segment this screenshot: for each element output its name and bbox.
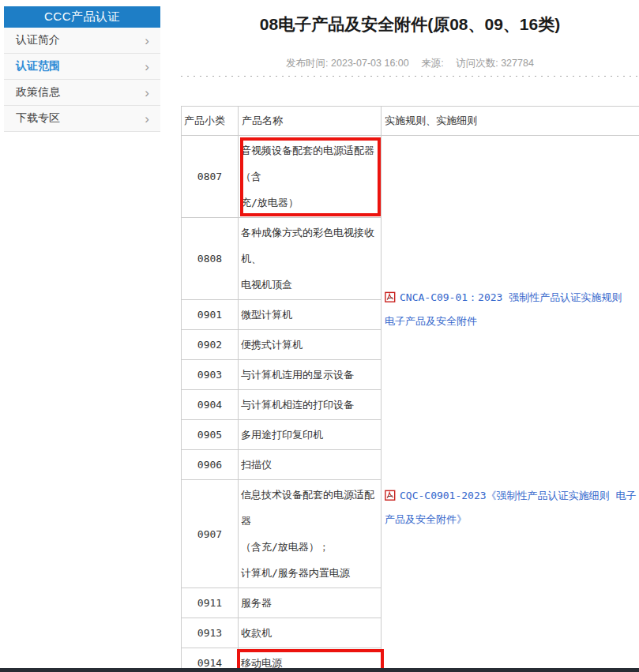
product-code-cell: 0904	[182, 390, 239, 420]
page-title: 08电子产品及安全附件(原08、09、16类)	[181, 13, 639, 36]
main-content: 08电子产品及安全附件(原08、09、16类) 发布时间: 2023-07-03…	[181, 0, 639, 672]
footer-bar	[0, 668, 639, 672]
product-name-text: 微型计算机	[241, 302, 378, 328]
sidebar-nav: 认证简介 › 认证范围 › 政策信息 › 下载专区 ›	[4, 28, 160, 132]
sidebar-title: CCC产品认证	[4, 6, 160, 28]
product-name-cell: 与计算机连用的显示设备	[239, 360, 382, 390]
sidebar: CCC产品认证 认证简介 › 认证范围 › 政策信息 › 下载专区 ›	[4, 6, 160, 132]
table-header-row: 产品小类 产品名称 实施规则、实施细则	[182, 107, 639, 136]
product-name-cell: 便携式计算机	[239, 330, 382, 360]
product-code-cell: 0913	[182, 618, 239, 648]
product-code-cell: 0901	[182, 300, 239, 330]
product-name-text: 收款机	[241, 620, 378, 646]
rule-pdf-link[interactable]: CNCA-C09-01：2023 强制性产品认证实施规则 电子产品及安全附件	[385, 286, 637, 333]
sidebar-item-label: 政策信息	[16, 85, 60, 99]
product-code-cell: 0907	[182, 480, 239, 588]
product-name-text: 服务器	[241, 590, 378, 616]
product-code-cell: 0808	[182, 218, 239, 300]
chevron-right-icon: ›	[145, 86, 149, 99]
dotted-separator	[181, 76, 639, 77]
product-name-text: 与计算机连用的显示设备	[241, 362, 378, 388]
pdf-icon[interactable]	[385, 291, 396, 303]
detail-pdf-link[interactable]: CQC-C0901-2023《强制性产品认证实施细则 电子产品及安全附件》	[385, 484, 637, 531]
product-name-text: 便携式计算机	[241, 332, 378, 358]
visit-count: 访问次数: 327784	[456, 58, 534, 69]
product-code-cell: 0911	[182, 588, 239, 618]
product-code-cell: 0903	[182, 360, 239, 390]
product-name-cell: 音视频设备配套的电源适配器（含 充/放电器）	[239, 136, 382, 218]
product-code-cell: 0902	[182, 330, 239, 360]
sidebar-item-label: 认证简介	[16, 33, 60, 47]
product-name-text: 信息技术设备配套的电源适配器 （含充/放电器）； 计算机/服务器内置电源	[241, 482, 378, 586]
product-name-cell: 收款机	[239, 618, 382, 648]
source: 来源:	[421, 58, 443, 69]
header-rules: 实施规则、实施细则	[382, 107, 639, 136]
product-name-cell: 扫描仪	[239, 450, 382, 480]
product-name-cell: 信息技术设备配套的电源适配器 （含充/放电器）； 计算机/服务器内置电源	[239, 480, 382, 588]
product-name-text: 扫描仪	[241, 452, 378, 478]
sidebar-item-0[interactable]: 认证简介 ›	[4, 28, 160, 54]
sidebar-item-label: 认证范围	[16, 59, 60, 73]
product-name-text: 多用途打印复印机	[241, 422, 378, 448]
product-name-text: 音视频设备配套的电源适配器（含 充/放电器）	[241, 137, 378, 216]
sidebar-item-1[interactable]: 认证范围 ›	[4, 54, 160, 80]
sidebar-item-label: 下载专区	[16, 111, 60, 126]
product-code-cell: 0807	[182, 136, 239, 218]
rules-cell: CNCA-C09-01：2023 强制性产品认证实施规则 电子产品及安全附件 C…	[382, 136, 639, 672]
header-product-subclass: 产品小类	[182, 107, 239, 136]
product-name-text: 与计算机相连的打印设备	[241, 392, 378, 418]
page: CCC产品认证 认证简介 › 认证范围 › 政策信息 › 下载专区 › 08电子…	[0, 0, 639, 672]
article-meta: 发布时间: 2023-07-03 16:00 来源: 访问次数: 327784	[181, 57, 639, 70]
publish-time: 发布时间: 2023-07-03 16:00	[286, 58, 409, 69]
product-code-cell: 0906	[182, 450, 239, 480]
sidebar-item-2[interactable]: 政策信息 ›	[4, 80, 160, 106]
chevron-right-icon: ›	[145, 112, 149, 126]
product-name-cell: 微型计算机	[239, 300, 382, 330]
table-row: 0807 音视频设备配套的电源适配器（含 充/放电器） CNCA-C09-01：…	[182, 136, 639, 218]
product-name-cell: 各种成像方式的彩色电视接收机、 电视机顶盒	[239, 218, 382, 300]
chevron-right-icon: ›	[145, 34, 149, 47]
product-table: 产品小类 产品名称 实施规则、实施细则 0807 音视频设备配套的电源适配器（含…	[181, 106, 639, 672]
pdf-icon[interactable]	[385, 490, 396, 501]
sidebar-item-3[interactable]: 下载专区 ›	[4, 106, 160, 132]
product-code-cell: 0905	[182, 420, 239, 450]
product-name-cell: 服务器	[239, 588, 382, 618]
product-name-cell: 与计算机相连的打印设备	[239, 390, 382, 420]
product-name-cell: 多用途打印复印机	[239, 420, 382, 450]
product-name-text: 各种成像方式的彩色电视接收机、 电视机顶盒	[241, 220, 378, 298]
chevron-right-icon: ›	[145, 60, 149, 73]
header-product-name: 产品名称	[239, 107, 382, 136]
